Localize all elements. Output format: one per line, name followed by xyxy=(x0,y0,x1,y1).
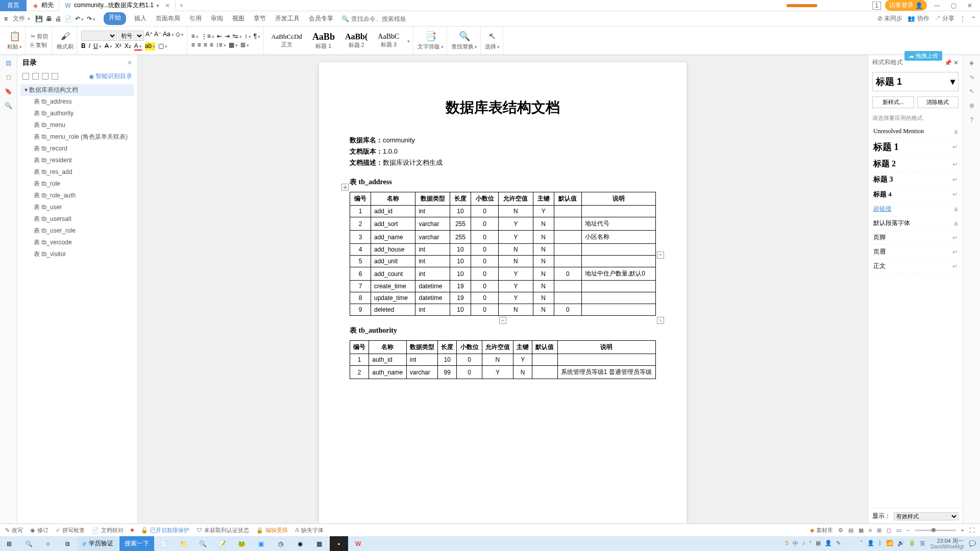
ie-app[interactable]: e学历验证 xyxy=(78,536,118,551)
right-tool3-icon[interactable]: ↖ xyxy=(969,88,974,95)
right-tool2-icon[interactable]: ∿ xyxy=(969,73,974,81)
upload-badge[interactable]: ☁拖拽上传 xyxy=(904,51,942,61)
file-menu[interactable]: 文件 xyxy=(11,13,32,24)
notifications-icon[interactable]: 💬 xyxy=(969,540,976,547)
border-char-icon[interactable]: ▢ xyxy=(158,42,167,51)
login-button[interactable]: 访客登录 👤 xyxy=(885,0,927,11)
view3-icon[interactable]: ≡ xyxy=(869,527,872,533)
tray-lang-icon[interactable]: 英 xyxy=(920,540,925,547)
table-add-row-icon[interactable]: + xyxy=(499,317,506,324)
taskview-icon[interactable]: ⧉ xyxy=(58,536,77,551)
number-list-icon[interactable]: ⋮≡ xyxy=(201,33,214,40)
right-tool5-icon[interactable]: ? xyxy=(970,116,973,123)
outline-tool3-icon[interactable] xyxy=(42,73,48,80)
clear-format-icon[interactable]: ◇ xyxy=(176,31,184,41)
outline-item[interactable]: 表 tb_visitor xyxy=(20,248,134,260)
panel-close-icon[interactable]: ✕ xyxy=(953,59,959,66)
styles-list[interactable]: Unresolved Mentiona标题 1↵标题 2↵标题 3↵标题 4↵超… xyxy=(868,125,963,508)
font-size-select[interactable]: 初号 xyxy=(118,31,144,41)
outline-item[interactable]: 表 tb_res_add xyxy=(20,166,134,178)
tab-icon2[interactable]: ⭾ xyxy=(232,33,242,40)
tray-wifi-icon[interactable]: 📶 xyxy=(886,540,893,547)
tab-view[interactable]: 视图 xyxy=(231,12,246,25)
gear-icon[interactable]: ⚙ xyxy=(838,527,843,534)
minimize-icon[interactable]: — xyxy=(931,1,943,11)
tab-menu-icon[interactable]: ▾ xyxy=(156,2,159,9)
status-edit[interactable]: 🔒编辑受限 xyxy=(256,527,288,534)
app-vm[interactable]: ▣ xyxy=(252,536,271,551)
bullet-list-icon[interactable]: ≡ xyxy=(191,33,199,40)
font-grow-icon[interactable]: A⁺ xyxy=(145,31,153,41)
save-icon[interactable]: 💾 xyxy=(35,15,43,22)
font-shrink-icon[interactable]: A⁻ xyxy=(154,31,161,41)
tray-up-icon[interactable]: ˄ xyxy=(860,540,863,547)
style-body[interactable]: AaBbCcDd正文 xyxy=(268,32,305,49)
page-tab-icon[interactable]: ◻ xyxy=(6,73,11,81)
clear-format-button[interactable]: 清除格式 xyxy=(917,96,959,108)
undo-icon[interactable]: ↶ xyxy=(75,15,84,22)
subscript-icon[interactable]: X₂ xyxy=(125,42,131,51)
style-h2[interactable]: AaBb(标题 2 xyxy=(342,31,371,50)
outline-item[interactable]: 表 tb_user xyxy=(20,202,134,213)
tab-layout[interactable]: 页面布局 xyxy=(155,12,181,25)
start-icon[interactable]: ⊞ xyxy=(0,536,18,551)
app-idea[interactable]: ▦ xyxy=(310,536,329,551)
view5-icon[interactable]: ◻ xyxy=(887,527,891,534)
shading-icon[interactable]: ▦ xyxy=(229,41,238,48)
style-h1[interactable]: AaBb标题 1 xyxy=(309,31,338,51)
zoom-out-icon[interactable]: − xyxy=(906,527,910,533)
clock[interactable]: 23:04 周一 DavidWineMgt xyxy=(930,538,964,549)
tray-people-icon[interactable]: 👤 xyxy=(867,540,874,547)
fullscreen-icon[interactable]: ⛶ xyxy=(969,527,975,533)
app-chrome[interactable]: ◉ xyxy=(291,536,309,551)
select-button[interactable]: ↖选择 xyxy=(485,31,500,51)
menu-search[interactable]: 🔍 xyxy=(341,15,412,22)
app-frog[interactable]: 🐸 xyxy=(233,536,251,551)
app-notepad[interactable]: 📄 xyxy=(155,536,174,551)
material-button[interactable]: ◆素材库 xyxy=(810,527,833,534)
align-center-icon[interactable]: ≡ xyxy=(198,41,201,48)
close-window-icon[interactable]: ✕ xyxy=(964,1,976,11)
table-add-col-icon[interactable]: + xyxy=(657,252,664,259)
maximize-icon[interactable]: ▢ xyxy=(947,1,960,11)
outline-tab-icon[interactable]: ▤ xyxy=(6,59,11,66)
tab-home[interactable]: 首页 xyxy=(0,0,27,11)
align-justify-icon[interactable]: ≡ xyxy=(210,41,213,48)
style-item[interactable]: 页脚↵ xyxy=(872,231,959,245)
outline-item[interactable]: 表 tb_user_role xyxy=(20,225,134,237)
app-explorer[interactable]: 📁 xyxy=(175,536,193,551)
bookmark-tab-icon[interactable]: 🔖 xyxy=(5,88,12,95)
collapse-icon[interactable]: ⌃ xyxy=(971,15,976,22)
outline-close-icon[interactable]: ✕ xyxy=(127,59,132,66)
style-item[interactable]: 标题 4↵ xyxy=(872,187,959,202)
tray-ime-icon[interactable]: 中 xyxy=(793,540,798,547)
style-more-icon[interactable] xyxy=(406,37,410,44)
app-wps[interactable]: W xyxy=(349,536,368,551)
underline-icon[interactable]: U xyxy=(93,42,102,51)
tray1-icon[interactable]: S xyxy=(785,540,789,547)
tray2-icon[interactable]: ♪ xyxy=(802,540,805,547)
search-task-icon[interactable]: 🔍 xyxy=(19,536,38,551)
app-everything[interactable]: 🔍 xyxy=(194,536,212,551)
italic-icon[interactable]: I xyxy=(89,42,90,51)
status-missing[interactable]: 𝔸缺失字体 xyxy=(295,527,324,534)
tray5-icon[interactable]: 👤 xyxy=(825,540,832,547)
tab-reference[interactable]: 引用 xyxy=(188,12,203,25)
print-icon[interactable]: 🖨 xyxy=(55,15,61,22)
outline-item[interactable]: 表 tb_role xyxy=(20,178,134,190)
tray-vol-icon[interactable]: 🔊 xyxy=(897,540,904,547)
align-right-icon[interactable]: ≡ xyxy=(204,41,207,48)
current-style-box[interactable]: 标题 1▾ xyxy=(872,72,959,91)
outline-tool2-icon[interactable] xyxy=(32,73,39,80)
coop-label[interactable]: 👥 协作 xyxy=(908,14,929,23)
line-spacing-icon[interactable]: ↕≡ xyxy=(216,41,226,48)
table-resize-icon[interactable]: ⤡ xyxy=(657,317,664,324)
tab-add[interactable]: + xyxy=(176,2,187,9)
tab-document[interactable]: W community...统数据库文档1.1 ▾ ✕ xyxy=(59,0,176,11)
app-note[interactable]: 📝 xyxy=(213,536,232,551)
outline-tool1-icon[interactable] xyxy=(22,73,29,80)
view2-icon[interactable]: ▦ xyxy=(859,527,864,534)
tab-review[interactable]: 审阅 xyxy=(210,12,224,25)
cut-button[interactable]: ✂剪切 xyxy=(30,32,49,41)
view6-icon[interactable]: ▭ xyxy=(896,527,901,534)
